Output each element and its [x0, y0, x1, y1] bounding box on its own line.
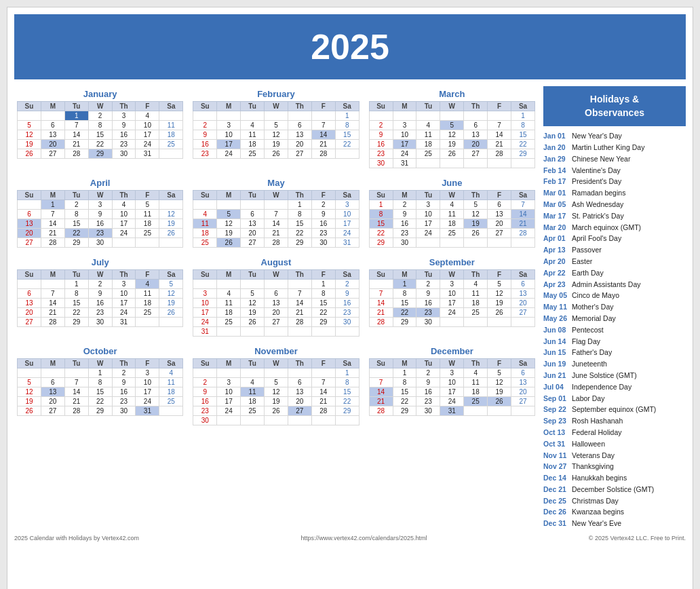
- calendar-day: 24: [112, 229, 136, 238]
- calendar-day: 25: [464, 308, 488, 318]
- calendar-day: 26: [159, 308, 183, 318]
- footer-left: 2025 Calendar with Holidays by Vertex42.…: [14, 535, 139, 542]
- month-grid-table: SuMTuWThFSa12345678910111213141516171819…: [369, 269, 535, 327]
- calendar-day: [335, 327, 359, 337]
- calendar-day: 7: [64, 121, 88, 130]
- calendar-day: 16: [88, 219, 112, 229]
- calendar-day: 28: [311, 406, 335, 416]
- day-header: F: [488, 359, 511, 368]
- calendar-day: [265, 416, 288, 425]
- calendar-day: 31: [136, 149, 159, 159]
- calendar-day: 26: [217, 238, 241, 248]
- calendar-day: 28: [64, 149, 88, 159]
- holiday-date: Dec 25: [543, 495, 569, 507]
- calendar-day: 20: [464, 140, 488, 149]
- calendar-day: 5: [18, 121, 41, 130]
- calendar-day: 8: [335, 121, 359, 130]
- calendar-day: [159, 200, 183, 210]
- calendar-day: 23: [112, 140, 136, 149]
- calendar-day: 16: [193, 140, 217, 149]
- holiday-date: Nov 11: [543, 450, 569, 461]
- calendar-day: [464, 111, 488, 121]
- holiday-item: Feb 17President's Day: [543, 176, 686, 187]
- calendar-day: [241, 200, 265, 210]
- calendar-day: 13: [288, 130, 311, 140]
- day-header: Th: [112, 191, 136, 200]
- day-header: W: [88, 191, 112, 200]
- calendar-day: [241, 280, 265, 289]
- calendar-day: 26: [18, 149, 41, 159]
- calendar-day: 19: [488, 299, 511, 308]
- calendar-day: 8: [88, 121, 112, 130]
- calendar-day: 6: [488, 200, 511, 210]
- calendar-day: 4: [241, 378, 265, 387]
- calendar-day: 19: [265, 397, 288, 406]
- calendar-day: 9: [393, 210, 416, 219]
- calendar-day: [464, 159, 488, 168]
- month-grid-table: SuMTuWThFSa12345678910111213141516171819…: [369, 101, 535, 168]
- calendar-day: [18, 200, 41, 210]
- day-header: Tu: [241, 102, 265, 111]
- calendar-day: 15: [369, 219, 393, 229]
- calendar-day: 22: [511, 140, 535, 149]
- calendar-day: 18: [464, 387, 488, 397]
- day-header: W: [88, 102, 112, 111]
- calendar-day: 2: [112, 368, 136, 378]
- calendar-day: 28: [488, 149, 511, 159]
- calendar-day: 13: [488, 210, 511, 219]
- holiday-item: Jan 01New Year's Day: [543, 130, 686, 142]
- calendar-day: 14: [64, 130, 88, 140]
- holiday-item: Dec 31New Year's Eve: [543, 518, 686, 529]
- holiday-name: Federal Holiday: [572, 427, 622, 438]
- day-header: Su: [18, 191, 41, 200]
- day-header: W: [440, 270, 464, 280]
- calendar-day: 30: [416, 318, 440, 327]
- calendar-day: 21: [511, 219, 535, 229]
- holiday-item: Mar 17St. Patrick's Day: [543, 210, 686, 222]
- calendar-day: [488, 159, 511, 168]
- calendar-day: 16: [393, 219, 416, 229]
- calendar-day: 26: [241, 318, 265, 327]
- calendar-day: 2: [311, 200, 335, 210]
- calendar-day: 29: [64, 238, 88, 248]
- month-title: March: [369, 89, 535, 99]
- calendar-day: 1: [311, 280, 335, 289]
- calendar-day: 6: [41, 378, 64, 387]
- calendar-day: 26: [265, 149, 288, 159]
- holiday-name: Admin Assistants Day: [572, 279, 641, 290]
- calendar-day: 3: [416, 200, 440, 210]
- calendar-day: 16: [369, 140, 393, 149]
- day-header: F: [311, 359, 335, 368]
- calendar-day: 9: [193, 387, 217, 397]
- month-grid-table: SuMTuWThFSa12345678910111213141516171819…: [193, 269, 359, 337]
- calendar-day: [440, 111, 464, 121]
- calendar-day: 25: [241, 149, 265, 159]
- holiday-date: Feb 17: [543, 176, 569, 187]
- calendar-day: 6: [18, 289, 41, 299]
- calendar-day: [335, 416, 359, 425]
- calendar-day: 10: [217, 387, 241, 397]
- calendar-day: 30: [311, 238, 335, 248]
- month-title: February: [193, 89, 359, 99]
- day-header: Su: [369, 191, 393, 200]
- holiday-date: Mar 05: [543, 199, 569, 210]
- calendar-day: 25: [217, 318, 241, 327]
- day-header: Th: [288, 359, 311, 368]
- calendar-day: [369, 111, 393, 121]
- calendar-day: 14: [64, 387, 88, 397]
- calendar-day: 13: [241, 219, 265, 229]
- holiday-item: Dec 21December Solstice (GMT): [543, 484, 686, 495]
- calendar-day: 28: [41, 238, 64, 248]
- calendar-day: 12: [18, 387, 41, 397]
- calendar-day: 8: [393, 378, 416, 387]
- calendar-day: 2: [193, 378, 217, 387]
- day-header: Su: [193, 359, 217, 368]
- calendar-day: [311, 368, 335, 378]
- calendar-day: 17: [440, 299, 464, 308]
- calendar-day: 10: [335, 210, 359, 219]
- holiday-item: Jun 08Pentecost: [543, 324, 686, 336]
- calendar-day: 12: [488, 378, 511, 387]
- day-header: Su: [18, 270, 41, 280]
- holiday-item: Jan 20Martin Luther King Day: [543, 142, 686, 153]
- month-grid-table: SuMTuWThFSa12345678910111213141516171819…: [17, 269, 183, 327]
